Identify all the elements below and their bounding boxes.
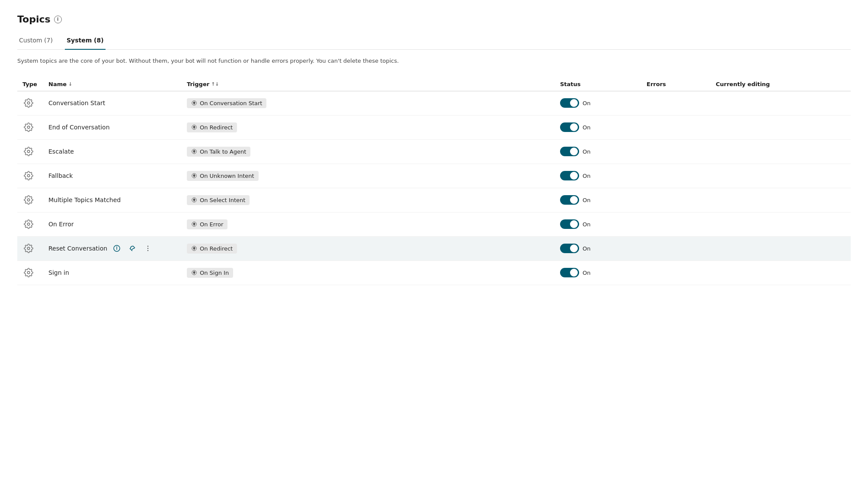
row-type-icon — [22, 218, 35, 230]
row-type-icon — [22, 97, 35, 109]
trigger-icon — [191, 197, 197, 203]
row-status: On — [560, 171, 647, 180]
status-label: On — [583, 245, 590, 252]
trigger-label: On Redirect — [200, 124, 233, 131]
svg-point-12 — [27, 247, 30, 250]
svg-point-6 — [27, 174, 30, 177]
trigger-label: On Sign In — [200, 270, 229, 276]
trigger-badge: On Talk to Agent — [187, 147, 250, 157]
row-trigger: On Redirect — [187, 122, 560, 132]
row-name-text: Fallback — [48, 172, 73, 179]
row-type-icon — [22, 267, 35, 279]
row-type-icon — [22, 121, 35, 133]
row-name: Sign in — [48, 269, 187, 276]
svg-point-4 — [27, 150, 30, 153]
status-label: On — [583, 197, 590, 203]
col-header-errors: Errors — [647, 81, 716, 87]
row-name: Escalate — [48, 148, 187, 155]
trigger-label: On Redirect — [200, 245, 233, 252]
col-header-name[interactable]: Name ↓ — [48, 81, 187, 87]
name-sort-icon: ↓ — [68, 81, 72, 87]
page-info-icon[interactable]: i — [54, 16, 62, 23]
trigger-badge: On Error — [187, 219, 227, 229]
status-toggle[interactable] — [560, 171, 579, 180]
status-toggle[interactable] — [560, 244, 579, 253]
table-row[interactable]: End of Conversation On Redirect On — [17, 116, 851, 140]
row-status: On — [560, 195, 647, 205]
row-name: End of Conversation — [48, 124, 187, 131]
trigger-icon — [191, 173, 197, 179]
table-row[interactable]: Reset Conversation — [17, 237, 851, 261]
trigger-icon — [191, 148, 197, 154]
status-toggle[interactable] — [560, 122, 579, 132]
status-label: On — [583, 221, 590, 228]
row-type-icon — [22, 170, 35, 182]
table-row[interactable]: Fallback On Unknown Intent On — [17, 164, 851, 188]
tabs-container: Custom (7) System (8) — [17, 33, 851, 50]
table-body: Conversation Start On Conversation Start… — [17, 91, 851, 285]
row-type-icon — [22, 242, 35, 254]
col-header-trigger[interactable]: Trigger ↑↓ — [187, 81, 560, 87]
table-row[interactable]: Conversation Start On Conversation Start… — [17, 91, 851, 116]
page-container: Topics i Custom (7) System (8) System to… — [0, 0, 868, 299]
topics-table: Type Name ↓ Trigger ↑↓ Status Errors Cur… — [17, 77, 851, 285]
trigger-badge: On Unknown Intent — [187, 171, 259, 181]
row-info-button[interactable] — [111, 242, 123, 254]
row-type-icon — [22, 194, 35, 206]
row-name-text: Sign in — [48, 269, 69, 276]
row-status: On — [560, 244, 647, 253]
page-description: System topics are the core of your bot. … — [17, 57, 851, 65]
trigger-badge: On Redirect — [187, 122, 237, 132]
status-label: On — [583, 173, 590, 179]
trigger-label: On Error — [200, 221, 223, 228]
table-row[interactable]: Multiple Topics Matched On Select Intent… — [17, 188, 851, 212]
trigger-label: On Unknown Intent — [200, 173, 254, 179]
trigger-label: On Conversation Start — [200, 100, 262, 106]
svg-point-0 — [27, 102, 30, 104]
tab-custom[interactable]: Custom (7) — [17, 33, 54, 50]
row-status: On — [560, 98, 647, 108]
status-toggle[interactable] — [560, 219, 579, 229]
trigger-icon — [191, 100, 197, 106]
table-row[interactable]: Sign in On Sign In On — [17, 261, 851, 285]
row-name-text: Multiple Topics Matched — [48, 196, 121, 203]
table-row[interactable]: Escalate On Talk to Agent On — [17, 140, 851, 164]
row-trigger: On Error — [187, 219, 560, 229]
row-name: Fallback — [48, 172, 187, 179]
row-pin-button[interactable] — [126, 242, 138, 254]
trigger-badge: On Select Intent — [187, 195, 250, 205]
page-title: Topics i — [17, 14, 851, 25]
col-header-status: Status — [560, 81, 647, 87]
row-status: On — [560, 219, 647, 229]
svg-point-8 — [27, 199, 30, 201]
svg-point-17 — [147, 248, 148, 249]
row-more-button[interactable] — [142, 242, 154, 254]
svg-point-16 — [147, 246, 148, 247]
status-label: On — [583, 100, 590, 106]
row-trigger: On Select Intent — [187, 195, 560, 205]
row-name-text: End of Conversation — [48, 124, 110, 131]
svg-point-15 — [117, 247, 117, 248]
col-header-editing: Currently editing — [716, 81, 846, 87]
trigger-icon — [191, 270, 197, 276]
row-actions — [111, 242, 154, 254]
status-toggle[interactable] — [560, 98, 579, 108]
row-name: Multiple Topics Matched — [48, 196, 187, 203]
trigger-badge: On Redirect — [187, 244, 237, 254]
row-trigger: On Unknown Intent — [187, 171, 560, 181]
row-type-icon — [22, 145, 35, 158]
status-toggle[interactable] — [560, 147, 579, 156]
status-label: On — [583, 148, 590, 155]
status-toggle[interactable] — [560, 195, 579, 205]
row-name-text: On Error — [48, 221, 74, 228]
tab-system[interactable]: System (8) — [65, 33, 106, 50]
trigger-icon — [191, 221, 197, 227]
row-name: Reset Conversation — [48, 242, 187, 254]
table-row[interactable]: On Error On Error On — [17, 212, 851, 237]
status-toggle[interactable] — [560, 268, 579, 277]
row-trigger: On Conversation Start — [187, 98, 560, 108]
trigger-icon — [191, 124, 197, 130]
svg-point-10 — [27, 223, 30, 225]
col-header-type: Type — [22, 81, 48, 87]
svg-point-20 — [27, 271, 30, 274]
